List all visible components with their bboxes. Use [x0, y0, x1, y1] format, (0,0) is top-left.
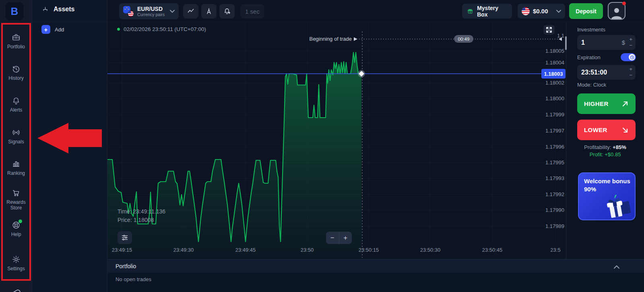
- timeframe-selector[interactable]: 1 sec: [241, 4, 264, 19]
- trade-panel: Investments 1 $ + − Expiration 23:51:00 …: [566, 22, 644, 259]
- lower-label: LOWER: [584, 126, 607, 133]
- sidebar-item-settings[interactable]: Settings: [0, 255, 32, 271]
- x-axis-label: 23:49:30: [167, 247, 200, 253]
- briefcase-icon: [12, 33, 21, 42]
- portfolio-bar[interactable]: Portfolio: [107, 259, 644, 273]
- bonus-title: Welcome bonus: [584, 177, 630, 185]
- top-bar: EUR/USD Currency pairs 1 sec Mystery Box…: [0, 0, 644, 22]
- expiration-input[interactable]: 23:51:00 + −: [577, 65, 636, 80]
- y-axis-label: 1.17996: [535, 144, 564, 150]
- assets-panel: Assets + Add: [32, 0, 107, 292]
- chart-type-button[interactable]: [183, 4, 198, 19]
- profitability-row: Profitability: +85%: [566, 144, 644, 150]
- profitability-label: Profitability:: [584, 144, 611, 150]
- x-axis-label: 23:50:15: [353, 247, 385, 253]
- online-status-dot: [19, 220, 22, 223]
- sidebar-item-rewards-store[interactable]: Rewards Store: [0, 188, 32, 211]
- profit-label: Profit:: [590, 151, 603, 157]
- collapse-button[interactable]: [613, 264, 620, 269]
- investments-label: Investments: [577, 27, 605, 33]
- welcome-bonus-banner[interactable]: Welcome bonus 90%: [578, 172, 636, 220]
- y-axis-label: 1.17999: [535, 112, 564, 118]
- server-time: 02/02/2026 23:50:11 (UTC+07:00): [117, 26, 206, 32]
- user-icon: [611, 6, 623, 19]
- balance-amount: $0.00: [533, 8, 548, 14]
- eurusd-flag-icon: [123, 6, 134, 17]
- expiration-value: 23:51:00: [581, 69, 607, 76]
- lower-button[interactable]: LOWER: [577, 120, 636, 140]
- zoom-in-button[interactable]: +: [339, 232, 352, 244]
- mystery-box-button[interactable]: Mystery Box: [462, 4, 512, 19]
- sidebar-item-label: Portfolio: [7, 44, 25, 50]
- currency-pair-selector[interactable]: EUR/USD Currency pairs: [119, 3, 179, 19]
- partial-bottom-icon: [10, 287, 21, 292]
- investment-value: 1: [581, 39, 585, 46]
- sidebar-item-ranking[interactable]: Ranking: [0, 159, 32, 176]
- add-asset-label: Add: [55, 27, 64, 33]
- open-trades-list: No open trades: [107, 273, 644, 292]
- x-axis-label: 23:49:15: [106, 247, 138, 253]
- y-axis-label: 1.17992: [535, 191, 564, 197]
- logo-letter: B: [11, 5, 19, 18]
- expiration-toggle[interactable]: [621, 53, 636, 61]
- bell-icon: [12, 96, 21, 105]
- app-logo-icon[interactable]: B: [6, 2, 23, 20]
- y-axis-label: 1.18000: [535, 95, 564, 101]
- sidebar-item-history[interactable]: History: [0, 64, 32, 81]
- sidebar-item-alerts[interactable]: Alerts: [0, 96, 32, 113]
- y-axis-label: 1.17989: [535, 223, 564, 229]
- investment-decrease-button[interactable]: −: [629, 42, 632, 48]
- compass-icon: [205, 7, 213, 15]
- sidebar-item-signals[interactable]: Signals: [0, 128, 32, 145]
- x-axis-label: 23:49:45: [229, 247, 262, 253]
- balance-selector[interactable]: $0.00: [518, 4, 565, 19]
- mystery-box-label: Mystery Box: [477, 5, 507, 18]
- notification-dot: [622, 2, 626, 5]
- sidebar-item-label: Ranking: [7, 170, 25, 176]
- deposit-button[interactable]: Deposit: [569, 3, 603, 19]
- fullscreen-button[interactable]: [543, 25, 555, 35]
- chart-area[interactable]: 02/02/2026 23:50:11 (UTC+07:00) Beginnin…: [107, 22, 566, 259]
- zoom-out-button[interactable]: −: [326, 232, 339, 244]
- sidebar-item-label: Signals: [8, 139, 24, 145]
- expiration-increase-button[interactable]: +: [629, 66, 632, 72]
- bell-plus-icon: [223, 7, 231, 15]
- sidebar-item-label: History: [8, 75, 23, 81]
- countdown-badge: 00:49: [454, 35, 473, 43]
- gear-icon: [12, 255, 21, 264]
- expiration-decrease-button[interactable]: −: [629, 72, 632, 78]
- pair-name: EUR/USD: [137, 6, 165, 12]
- crosshair-time: Time: 23:49:11.136: [118, 208, 165, 215]
- sidebar-item-label: Rewards Store: [2, 199, 31, 211]
- plus-icon[interactable]: +: [41, 25, 50, 34]
- drawing-tools-button[interactable]: [201, 4, 217, 19]
- investment-increase-button[interactable]: +: [629, 36, 632, 42]
- y-axis-label: 1.17997: [535, 128, 564, 134]
- sidebar-item-portfolio[interactable]: Portfolio: [0, 33, 32, 50]
- add-asset-button[interactable]: + Add: [41, 25, 64, 34]
- y-axis-label: 1.18005: [535, 48, 564, 54]
- chart-settings-button[interactable]: [118, 231, 132, 244]
- y-axis-label: 1.17995: [535, 159, 564, 166]
- portfolio-title: Portfolio: [116, 263, 136, 269]
- x-axis-label: 23:50:45: [476, 247, 508, 253]
- expiration-label: Expiration: [577, 54, 601, 60]
- avatar[interactable]: [608, 2, 625, 20]
- sidebar-item-help[interactable]: Help: [0, 221, 32, 237]
- y-axis-label: 1.17993: [535, 175, 564, 181]
- arrow-down-right-icon: [621, 126, 629, 134]
- current-price-badge: 1.18003: [541, 69, 566, 79]
- sidebar-item-label: Settings: [7, 266, 25, 271]
- gift-box-illustration: [603, 191, 636, 220]
- sidebar-item-label: Alerts: [10, 107, 23, 113]
- price-chart: [107, 22, 566, 259]
- higher-button[interactable]: HIGHER: [577, 93, 636, 114]
- expand-icon: [546, 27, 552, 33]
- no-open-trades-text: No open trades: [116, 276, 151, 282]
- line-chart-icon: [187, 7, 195, 15]
- history-clock-icon: [12, 64, 21, 73]
- investment-input[interactable]: 1 $ + −: [577, 35, 636, 50]
- price-alert-button[interactable]: [219, 4, 235, 19]
- signal-waves-icon: [12, 128, 21, 137]
- mode-label: Mode: Clock: [577, 82, 606, 88]
